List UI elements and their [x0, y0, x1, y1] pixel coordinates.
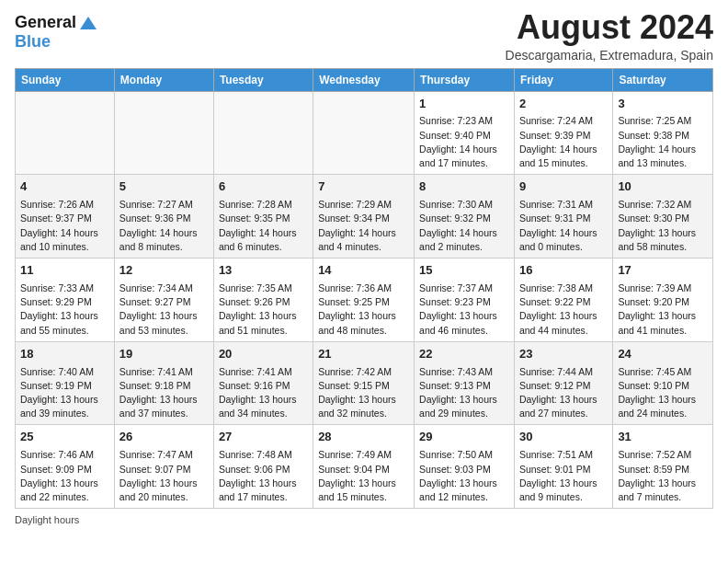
calendar-cell: 13Sunrise: 7:35 AM Sunset: 9:26 PM Dayli… [213, 259, 313, 342]
day-number: 9 [519, 178, 608, 196]
day-number: 28 [318, 429, 409, 446]
day-number: 2 [519, 96, 608, 113]
calendar-cell: 16Sunrise: 7:38 AM Sunset: 9:22 PM Dayli… [514, 259, 612, 342]
calendar-cell: 8Sunrise: 7:30 AM Sunset: 9:32 PM Daylig… [415, 175, 515, 259]
day-info: Sunrise: 7:34 AM Sunset: 9:27 PM Dayligh… [119, 282, 209, 338]
calendar-cell: 9Sunrise: 7:31 AM Sunset: 9:31 PM Daylig… [514, 175, 612, 259]
day-number: 22 [419, 346, 509, 363]
calendar-header-friday: Friday [514, 68, 612, 91]
calendar-header-tuesday: Tuesday [213, 68, 313, 91]
day-number: 11 [20, 262, 109, 280]
day-info: Sunrise: 7:50 AM Sunset: 9:03 PM Dayligh… [419, 448, 509, 504]
day-number: 13 [219, 262, 308, 280]
calendar-cell: 1Sunrise: 7:23 AM Sunset: 9:40 PM Daylig… [415, 91, 515, 175]
calendar-cell: 7Sunrise: 7:29 AM Sunset: 9:34 PM Daylig… [313, 175, 415, 259]
day-number: 1 [419, 96, 509, 113]
day-info: Sunrise: 7:40 AM Sunset: 9:19 PM Dayligh… [20, 365, 109, 421]
calendar-week-row: 1Sunrise: 7:23 AM Sunset: 9:40 PM Daylig… [16, 91, 713, 175]
day-info: Sunrise: 7:51 AM Sunset: 9:01 PM Dayligh… [519, 448, 608, 504]
logo-icon [78, 15, 98, 31]
logo: General Blue [15, 13, 98, 51]
logo-text: General [15, 13, 98, 32]
day-number: 18 [20, 346, 109, 363]
day-number: 27 [219, 429, 308, 446]
calendar-cell: 20Sunrise: 7:41 AM Sunset: 9:16 PM Dayli… [213, 341, 313, 425]
day-number: 20 [219, 346, 308, 363]
day-info: Sunrise: 7:47 AM Sunset: 9:07 PM Dayligh… [119, 448, 209, 504]
day-info: Sunrise: 7:43 AM Sunset: 9:13 PM Dayligh… [419, 365, 509, 421]
calendar-cell: 31Sunrise: 7:52 AM Sunset: 8:59 PM Dayli… [613, 425, 713, 509]
month-title: August 2024 [506, 9, 713, 46]
day-info: Sunrise: 7:33 AM Sunset: 9:29 PM Dayligh… [20, 282, 109, 338]
day-number: 10 [618, 178, 708, 196]
calendar-cell: 23Sunrise: 7:44 AM Sunset: 9:12 PM Dayli… [514, 341, 612, 425]
calendar-cell [213, 91, 313, 175]
calendar-cell: 2Sunrise: 7:24 AM Sunset: 9:39 PM Daylig… [514, 91, 612, 175]
day-number: 4 [20, 178, 109, 196]
calendar-cell: 24Sunrise: 7:45 AM Sunset: 9:10 PM Dayli… [613, 341, 713, 425]
day-info: Sunrise: 7:38 AM Sunset: 9:22 PM Dayligh… [519, 282, 608, 338]
calendar-cell: 18Sunrise: 7:40 AM Sunset: 9:19 PM Dayli… [16, 341, 115, 425]
footer-note: Daylight hours [15, 514, 713, 525]
day-number: 21 [318, 346, 409, 363]
day-info: Sunrise: 7:37 AM Sunset: 9:23 PM Dayligh… [419, 282, 509, 338]
day-number: 19 [119, 346, 209, 363]
day-number: 24 [618, 346, 708, 363]
day-number: 14 [318, 262, 409, 280]
day-number: 8 [419, 178, 509, 196]
calendar-cell: 15Sunrise: 7:37 AM Sunset: 9:23 PM Dayli… [415, 259, 515, 342]
day-info: Sunrise: 7:24 AM Sunset: 9:39 PM Dayligh… [519, 114, 608, 170]
calendar-table: SundayMondayTuesdayWednesdayThursdayFrid… [15, 68, 713, 510]
day-info: Sunrise: 7:44 AM Sunset: 9:12 PM Dayligh… [519, 365, 608, 421]
calendar-cell: 11Sunrise: 7:33 AM Sunset: 9:29 PM Dayli… [16, 259, 115, 342]
calendar-header-wednesday: Wednesday [313, 68, 415, 91]
day-info: Sunrise: 7:41 AM Sunset: 9:18 PM Dayligh… [119, 365, 209, 421]
calendar-cell: 25Sunrise: 7:46 AM Sunset: 9:09 PM Dayli… [16, 425, 115, 509]
calendar-cell: 19Sunrise: 7:41 AM Sunset: 9:18 PM Dayli… [114, 341, 213, 425]
calendar-header-monday: Monday [114, 68, 213, 91]
calendar-cell [114, 91, 213, 175]
calendar-cell [313, 91, 415, 175]
day-info: Sunrise: 7:48 AM Sunset: 9:06 PM Dayligh… [219, 448, 308, 504]
title-block: August 2024 Descargamaria, Extremadura, … [506, 9, 713, 63]
svg-marker-0 [80, 17, 97, 29]
calendar-header-saturday: Saturday [613, 68, 713, 91]
day-info: Sunrise: 7:41 AM Sunset: 9:16 PM Dayligh… [219, 365, 308, 421]
day-number: 26 [119, 429, 209, 446]
calendar-cell [16, 91, 115, 175]
page: General Blue August 2024 Descargamaria, … [0, 0, 728, 563]
day-number: 25 [20, 429, 109, 446]
day-info: Sunrise: 7:49 AM Sunset: 9:04 PM Dayligh… [318, 448, 409, 504]
day-number: 16 [519, 262, 608, 280]
calendar-cell: 22Sunrise: 7:43 AM Sunset: 9:13 PM Dayli… [415, 341, 515, 425]
day-number: 6 [219, 178, 308, 196]
calendar-cell: 26Sunrise: 7:47 AM Sunset: 9:07 PM Dayli… [114, 425, 213, 509]
header: General Blue August 2024 Descargamaria, … [15, 9, 713, 63]
day-info: Sunrise: 7:26 AM Sunset: 9:37 PM Dayligh… [20, 198, 109, 254]
calendar-cell: 30Sunrise: 7:51 AM Sunset: 9:01 PM Dayli… [514, 425, 612, 509]
day-info: Sunrise: 7:52 AM Sunset: 8:59 PM Dayligh… [618, 448, 708, 504]
day-info: Sunrise: 7:39 AM Sunset: 9:20 PM Dayligh… [618, 282, 708, 338]
day-info: Sunrise: 7:23 AM Sunset: 9:40 PM Dayligh… [419, 114, 509, 170]
day-number: 3 [618, 96, 708, 113]
calendar-week-row: 18Sunrise: 7:40 AM Sunset: 9:19 PM Dayli… [16, 341, 713, 425]
day-number: 7 [318, 178, 409, 196]
calendar-week-row: 25Sunrise: 7:46 AM Sunset: 9:09 PM Dayli… [16, 425, 713, 509]
day-number: 15 [419, 262, 509, 280]
day-number: 12 [119, 262, 209, 280]
day-info: Sunrise: 7:32 AM Sunset: 9:30 PM Dayligh… [618, 198, 708, 254]
day-number: 23 [519, 346, 608, 363]
day-number: 5 [119, 178, 209, 196]
day-info: Sunrise: 7:29 AM Sunset: 9:34 PM Dayligh… [318, 198, 409, 254]
calendar-cell: 14Sunrise: 7:36 AM Sunset: 9:25 PM Dayli… [313, 259, 415, 342]
calendar-cell: 17Sunrise: 7:39 AM Sunset: 9:20 PM Dayli… [613, 259, 713, 342]
calendar-cell: 5Sunrise: 7:27 AM Sunset: 9:36 PM Daylig… [114, 175, 213, 259]
day-number: 17 [618, 262, 708, 280]
calendar-header-row: SundayMondayTuesdayWednesdayThursdayFrid… [16, 68, 713, 91]
day-info: Sunrise: 7:27 AM Sunset: 9:36 PM Dayligh… [119, 198, 209, 254]
calendar-cell: 27Sunrise: 7:48 AM Sunset: 9:06 PM Dayli… [213, 425, 313, 509]
calendar-cell: 29Sunrise: 7:50 AM Sunset: 9:03 PM Dayli… [415, 425, 515, 509]
day-info: Sunrise: 7:25 AM Sunset: 9:38 PM Dayligh… [618, 114, 708, 170]
calendar-cell: 28Sunrise: 7:49 AM Sunset: 9:04 PM Dayli… [313, 425, 415, 509]
calendar-week-row: 4Sunrise: 7:26 AM Sunset: 9:37 PM Daylig… [16, 175, 713, 259]
